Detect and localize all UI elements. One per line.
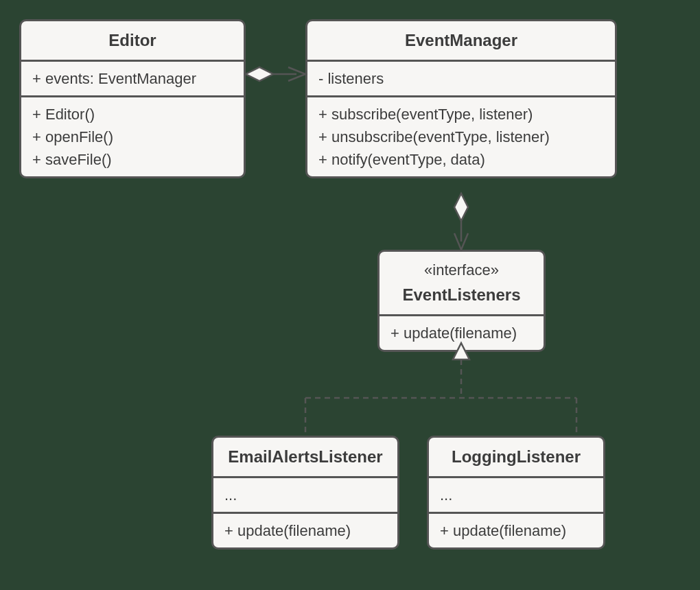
class-eventmanager-methods: + subscribe(eventType, listener) + unsub… bbox=[307, 97, 615, 176]
class-eventlisteners-title: «interface» EventListeners bbox=[380, 252, 544, 316]
aggregation-editor-eventmanager bbox=[246, 67, 305, 81]
attr-row: + events: EventManager bbox=[32, 67, 233, 90]
attr-row: ... bbox=[224, 484, 386, 506]
stereotype-label: «interface» bbox=[390, 259, 533, 281]
class-eventmanager-title: EventManager bbox=[307, 21, 615, 62]
method-row: + Editor() bbox=[32, 103, 233, 126]
class-eventmanager-attrs: - listeners bbox=[307, 62, 615, 97]
method-row: + saveFile() bbox=[32, 148, 233, 171]
method-row: + update(filename) bbox=[390, 322, 533, 344]
svg-marker-2 bbox=[454, 193, 468, 221]
aggregation-eventmanager-eventlisteners bbox=[454, 193, 468, 250]
method-row: + openFile() bbox=[32, 126, 233, 148]
class-editor-title: Editor bbox=[21, 21, 244, 62]
class-logging-title: LoggingListener bbox=[429, 438, 603, 478]
class-eventmanager: EventManager - listeners + subscribe(eve… bbox=[305, 19, 617, 178]
class-name: EventListeners bbox=[402, 285, 520, 304]
class-editor: Editor + events: EventManager + Editor()… bbox=[19, 19, 246, 178]
class-eventlisteners-methods: + update(filename) bbox=[380, 316, 544, 350]
class-emailalerts: EmailAlertsListener ... + update(filenam… bbox=[211, 436, 399, 550]
class-logging: LoggingListener ... + update(filename) bbox=[427, 436, 605, 550]
class-editor-methods: + Editor() + openFile() + saveFile() bbox=[21, 97, 244, 176]
method-row: + notify(eventType, data) bbox=[318, 148, 604, 171]
class-logging-attrs: ... bbox=[429, 478, 603, 514]
class-logging-methods: + update(filename) bbox=[429, 514, 603, 547]
class-emailalerts-attrs: ... bbox=[213, 478, 397, 514]
class-eventlisteners: «interface» EventListeners + update(file… bbox=[377, 250, 546, 352]
class-emailalerts-methods: + update(filename) bbox=[213, 514, 397, 547]
attr-row: ... bbox=[440, 484, 592, 506]
attr-row: - listeners bbox=[318, 67, 604, 90]
class-editor-attrs: + events: EventManager bbox=[21, 62, 244, 97]
method-row: + update(filename) bbox=[224, 519, 386, 542]
svg-marker-0 bbox=[246, 67, 273, 81]
realization-eventlisteners-subclasses bbox=[305, 343, 576, 436]
method-row: + unsubscribe(eventType, listener) bbox=[318, 126, 604, 148]
method-row: + update(filename) bbox=[440, 519, 592, 542]
class-emailalerts-title: EmailAlertsListener bbox=[213, 438, 397, 478]
method-row: + subscribe(eventType, listener) bbox=[318, 103, 604, 126]
